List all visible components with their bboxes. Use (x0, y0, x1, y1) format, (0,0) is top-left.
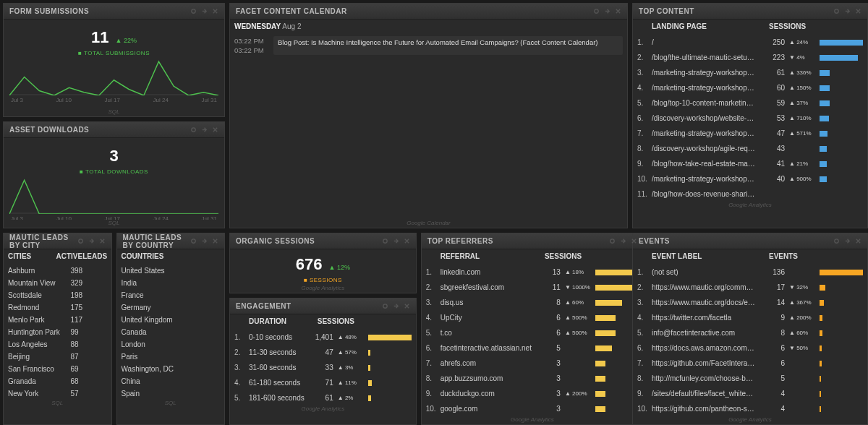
table-row[interactable]: Washington, DC (117, 363, 225, 375)
table-row[interactable]: 1.(not set)136 (633, 265, 867, 280)
table-row[interactable]: India (117, 277, 225, 289)
table-row[interactable]: 7.ahrefs.com3 (422, 356, 643, 371)
table-row[interactable]: 2.11-30 seconds47▲ 57% (230, 345, 416, 360)
table-row[interactable]: 8.app.buzzsumo.com3 (422, 371, 643, 386)
table-row[interactable]: Ashburn398 (4, 265, 111, 277)
table-row[interactable]: 5./blog/top-10-content-marketing-stra…59… (633, 95, 867, 111)
table-row[interactable]: 4.61-180 seconds71▲ 11% (230, 375, 416, 390)
table-row[interactable]: 10./marketing-strategy-workshop/mark…40▲… (633, 171, 867, 186)
close-icon[interactable] (212, 8, 218, 14)
arrow-icon[interactable] (88, 238, 95, 244)
table-row[interactable]: Huntington Park99 (4, 326, 111, 338)
close-icon[interactable] (212, 238, 218, 244)
table-row[interactable]: 3.disq.us8▲ 60% (422, 295, 643, 310)
table-row[interactable]: 1.0-10 seconds1,401▲ 48% (230, 330, 416, 345)
arrow-icon[interactable] (201, 238, 208, 244)
arrow-icon[interactable] (201, 126, 208, 133)
table-row[interactable]: 1./250▲ 24% (633, 35, 867, 50)
table-row[interactable]: 5.info@facetinteractive.com8▲ 60% (633, 325, 867, 340)
row-label: Los Angeles (8, 340, 71, 348)
table-row[interactable]: 1.linkedin.com13▲ 18% (422, 265, 643, 280)
close-icon[interactable] (212, 126, 218, 133)
table-row[interactable]: 3.https://www.mautic.org/docs/en/set…14▲… (633, 295, 867, 310)
table-row[interactable]: Los Angeles88 (4, 338, 111, 351)
svg-point-11 (835, 239, 838, 243)
gear-icon[interactable] (190, 8, 197, 14)
row-change: ▲ 11% (338, 379, 368, 386)
table-row[interactable]: 5.181-600 seconds61▲ 2% (230, 390, 416, 405)
table-row[interactable]: 3./marketing-strategy-workshop/mark…61▲ … (633, 65, 867, 80)
close-icon[interactable] (631, 238, 637, 244)
table-row[interactable]: 2.sbgreekfestival.com11▼ 1000% (422, 280, 643, 295)
table-row[interactable]: 8./discovery-workshop/agile-require…43 (633, 141, 867, 156)
table-row[interactable]: New York57 (4, 387, 111, 400)
arrow-icon[interactable] (604, 8, 610, 14)
close-icon[interactable] (404, 238, 410, 244)
arrow-icon[interactable] (393, 303, 399, 309)
table-row[interactable]: 4./marketing-strategy-workshop/mark…60▲ … (633, 80, 867, 95)
gear-icon[interactable] (382, 303, 388, 309)
row-label: Beijing (8, 353, 71, 361)
table-row[interactable]: Spain (117, 387, 225, 400)
table-row[interactable]: 7./marketing-strategy-workshop/mark…47▲ … (633, 126, 867, 141)
gear-icon[interactable] (593, 8, 600, 14)
table-row[interactable]: 9./sites/default/files/facet_white_label… (633, 386, 867, 401)
table-row[interactable]: China (117, 375, 225, 387)
close-icon[interactable] (855, 8, 861, 14)
table-row[interactable]: 4.https://twitter.com/facetla9▲ 200% (633, 310, 867, 325)
table-row[interactable]: Beijing87 (4, 351, 111, 363)
close-icon[interactable] (615, 8, 621, 14)
close-icon[interactable] (404, 303, 410, 309)
table-row[interactable]: 6./discovery-workshop/website-plann…53▲ … (633, 111, 867, 126)
row-label: https://twitter.com/facetla (652, 314, 760, 322)
row-label: http://mcfunley.com/choose-boring-… (652, 374, 760, 382)
table-row[interactable]: 9./blog/how-take-real-estate-marketi…41▲… (633, 156, 867, 171)
table-row[interactable]: 4.UpCity6▲ 500% (422, 310, 643, 325)
table-row[interactable]: Granada68 (4, 375, 111, 387)
table-row[interactable]: 10.google.com3 (422, 401, 643, 416)
gear-icon[interactable] (190, 238, 197, 244)
row-label: linkedin.com (441, 268, 536, 276)
arrow-icon[interactable] (620, 238, 626, 244)
arrow-icon[interactable] (201, 8, 208, 14)
table-row[interactable]: 3.31-60 seconds33▲ 3% (230, 360, 416, 375)
table-row[interactable]: Paris (117, 351, 225, 363)
table-row[interactable]: France (117, 289, 225, 301)
arrow-icon[interactable] (844, 238, 851, 244)
gear-icon[interactable] (833, 8, 840, 14)
table-row[interactable]: Canada (117, 326, 225, 338)
close-icon[interactable] (99, 238, 106, 244)
table-row[interactable]: Scottsdale198 (4, 289, 111, 301)
table-row[interactable]: United Kingdom (117, 314, 225, 326)
table-row[interactable]: 6.https://docs.aws.amazon.com/ses/l…6▼ 5… (633, 340, 867, 356)
table-row[interactable]: Menlo Park117 (4, 314, 111, 326)
table-row[interactable]: Germany (117, 301, 225, 314)
table-row[interactable]: 8.http://mcfunley.com/choose-boring-…5 (633, 371, 867, 386)
entry-text: Blog Post: Is Machine Intelligence the F… (273, 36, 623, 55)
table-row[interactable]: 6.facetinteractive.atlassian.net5 (422, 340, 643, 356)
close-icon[interactable] (855, 238, 861, 244)
gear-icon[interactable] (382, 238, 388, 244)
table-row[interactable]: 11./blog/how-does-revenue-sharing-dr… (633, 186, 867, 202)
table-row[interactable]: 2./blog/the-ultimate-mautic-setup-guide2… (633, 50, 867, 65)
table-row[interactable]: San Francisco69 (4, 363, 111, 375)
row-rank: 8. (637, 374, 652, 382)
row-change: ▼ 50% (789, 345, 820, 351)
table-row[interactable]: 9.duckduckgo.com3▲ 200% (422, 386, 643, 401)
table-row[interactable]: 10.https://github.com/pantheon-syste…4 (633, 401, 867, 416)
country-rows: United StatesIndiaFranceGermanyUnited Ki… (117, 265, 225, 400)
table-row[interactable]: Mountain View329 (4, 277, 111, 289)
gear-icon[interactable] (77, 238, 84, 244)
gear-icon[interactable] (190, 126, 197, 133)
table-row[interactable]: 7.https://github.com/FacetInteractive6 (633, 356, 867, 371)
arrow-icon[interactable] (393, 238, 399, 244)
gear-icon[interactable] (609, 238, 616, 244)
table-row[interactable]: London (117, 338, 225, 351)
gear-icon[interactable] (833, 238, 840, 244)
table-row[interactable]: 5.t.co6▲ 500% (422, 325, 643, 340)
table-row[interactable]: 2.https://www.mautic.org/community/i…17▼… (633, 280, 867, 295)
calendar-entry[interactable]: 03:22 PM 03:22 PM Blog Post: Is Machine … (230, 33, 627, 58)
arrow-icon[interactable] (844, 8, 851, 14)
table-row[interactable]: Redmond175 (4, 301, 111, 314)
table-row[interactable]: United States (117, 265, 225, 277)
